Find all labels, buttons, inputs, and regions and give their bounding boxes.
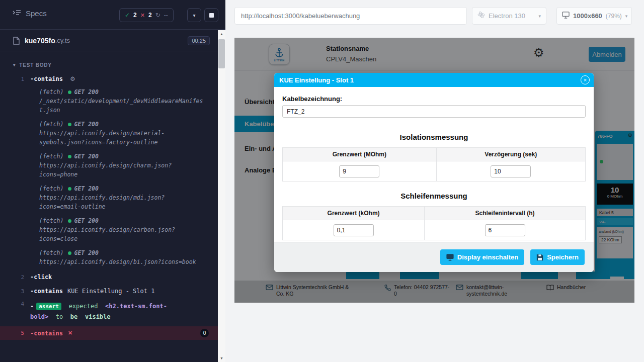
command-contains-failed[interactable]: 5 -contains ✕ 0: [0, 326, 218, 340]
reporter-header: Specs ✓ 2 ✕ 2 ↻ -- ▾: [0, 0, 225, 30]
loop-table: Grenzwert (kOhm) Schleifenintervall (h): [282, 206, 586, 240]
table-cell: [283, 161, 437, 182]
fetch-label: (fetch): [39, 185, 63, 192]
spec-duration-badge: 00:25: [188, 36, 210, 45]
passed-icon: ✓: [125, 12, 130, 19]
browser-select[interactable]: Electron 130 ▾: [472, 7, 546, 25]
pending-count: --: [164, 12, 168, 19]
collapse-button[interactable]: ▾: [187, 8, 201, 22]
network-log-entry[interactable]: (fetch) GET 200 https://api.iconify.desi…: [39, 216, 205, 243]
browser-name: Electron 130: [489, 12, 525, 20]
assert-dash: -: [30, 303, 34, 310]
fetch-url: https://api.iconify.design/bi.json?icons…: [39, 257, 205, 266]
chevron-down-icon: ▾: [625, 14, 628, 19]
table-cell: [425, 220, 586, 240]
test-body-toggle[interactable]: ▾ TEST BODY: [0, 59, 218, 70]
iso-delay-input[interactable]: [491, 165, 531, 177]
network-log-entry[interactable]: (fetch) GET 200 /_next/static/developmen…: [39, 87, 205, 115]
fetch-status: GET 200: [74, 249, 98, 256]
fetch-label: (fetch): [39, 121, 63, 128]
isolation-table: Grenzwert (MOhm) Verzögerung (sek): [282, 147, 586, 182]
fetch-url: https://api.iconify.design/mdi.json?icon…: [39, 193, 205, 211]
specs-label: Specs: [26, 9, 47, 18]
command-contains-1[interactable]: 1 -contains ⚙: [0, 73, 218, 84]
passed-count: 2: [133, 12, 137, 19]
cable-name-input[interactable]: [282, 105, 586, 118]
spec-file-row[interactable]: kue705fo .cy.ts 00:25: [0, 30, 218, 51]
command-log: ▾ TEST BODY 1 -contains ⚙ (fetch) GET 20…: [0, 59, 218, 340]
fetch-label: (fetch): [39, 153, 63, 160]
line-number: 1: [0, 76, 24, 82]
status-ok-dot-icon: [68, 187, 71, 191]
command-name: -contains: [30, 330, 63, 337]
fetch-url: /_next/static/development/_devMiddleware…: [39, 97, 205, 115]
cable-name-label: Kabelbezeichnung:: [282, 95, 586, 103]
chevron-down-icon: ▾: [193, 13, 195, 18]
network-log-entry[interactable]: (fetch) GET 200 https://api.iconify.desi…: [39, 248, 205, 266]
command-argument: KUE Einstellung - Slot 1: [67, 288, 154, 295]
network-log-entry[interactable]: (fetch) GET 200 https://api.iconify.desi…: [39, 152, 205, 179]
status-ok-dot-icon: [68, 123, 71, 126]
close-button[interactable]: ×: [581, 75, 590, 84]
command-contains-2[interactable]: 3 -contains KUE Einstellung - Slot 1: [0, 286, 218, 297]
iso-limit-input[interactable]: [339, 165, 379, 177]
sidebar-scrollbar[interactable]: ▲ ▼: [218, 30, 225, 362]
line-number: 5: [0, 330, 24, 336]
status-ok-dot-icon: [68, 155, 71, 158]
command-name: -click: [30, 274, 52, 281]
specs-menu[interactable]: Specs: [12, 9, 47, 18]
test-body-label: TEST BODY: [19, 62, 51, 68]
fetch-status: GET 200: [74, 185, 98, 192]
specs-list-icon: [12, 9, 21, 18]
loop-limit-input[interactable]: [334, 224, 374, 236]
monitor-icon: [562, 12, 570, 21]
stop-icon: [209, 13, 214, 18]
electron-browser-icon: [477, 11, 485, 21]
column-header: Verzögerung (sek): [436, 148, 585, 161]
loop-interval-input[interactable]: [485, 224, 525, 236]
arrow-up-icon: ▲: [220, 32, 223, 36]
scrollbar-thumb[interactable]: [218, 39, 225, 68]
save-button[interactable]: Speichern: [530, 249, 585, 265]
command-assert[interactable]: 4 -assert expected <h2.text-sm.font-bold…: [0, 301, 218, 322]
table-cell: [436, 161, 585, 182]
loop-section-title: Schleifenmessung: [282, 192, 586, 200]
command-name: -contains: [30, 75, 63, 82]
line-number: 3: [0, 288, 24, 295]
kue-settings-dialog: KUE Einstellung - Slot 1 × Kabelbezeichn…: [274, 73, 594, 272]
url-control-bar: Electron 130 ▾ 1000x660 (79%) ▾: [225, 0, 644, 32]
stop-button[interactable]: [204, 8, 218, 22]
display-on-button[interactable]: Display einschalten: [440, 249, 524, 265]
dialog-body: Kabelbezeichnung: Isolationsmessung Gren…: [274, 95, 594, 240]
line-number: 4: [0, 301, 24, 322]
viewport-zoom: (79%): [606, 13, 622, 20]
assert-badge: assert: [36, 303, 61, 310]
network-log-entry[interactable]: (fetch) GET 200 https://api.iconify.desi…: [39, 184, 205, 211]
fetch-url: https://api.iconify.design/charm.json?ic…: [39, 161, 205, 179]
url-input[interactable]: [234, 7, 467, 25]
line-number: 2: [0, 274, 24, 281]
chevron-down-icon: ▾: [538, 14, 541, 19]
status-ok-dot-icon: [68, 90, 71, 94]
fetch-status: GET 200: [74, 121, 98, 128]
failed-icon: ✕: [140, 12, 145, 19]
test-stats[interactable]: ✓ 2 ✕ 2 ↻ --: [119, 8, 174, 22]
network-log-entry[interactable]: (fetch) GET 200 https://api.iconify.desi…: [39, 120, 205, 147]
command-name: -contains: [30, 288, 63, 295]
display-on-label: Display einschalten: [457, 253, 518, 261]
assert-text-bold: visible: [85, 313, 111, 320]
close-icon: ×: [584, 77, 587, 83]
table-cell: [283, 220, 425, 240]
assert-text: to: [56, 313, 63, 320]
command-click[interactable]: 2 -click: [0, 272, 218, 283]
fetch-status: GET 200: [74, 217, 98, 224]
column-header: Grenzwert (kOhm): [283, 207, 425, 220]
viewport-select[interactable]: 1000x660 (79%) ▾: [556, 7, 632, 25]
scroll-up-arrow[interactable]: ▲: [218, 30, 225, 38]
retry-count-badge: 0: [200, 329, 209, 337]
fetch-url: https://api.iconify.design/material-symb…: [39, 129, 205, 147]
scroll-down-arrow[interactable]: ▼: [218, 354, 225, 362]
assert-text-bold: be: [70, 313, 77, 320]
fetch-status: GET 200: [74, 153, 98, 160]
network-log: (fetch) GET 200 /_next/static/developmen…: [39, 87, 205, 266]
